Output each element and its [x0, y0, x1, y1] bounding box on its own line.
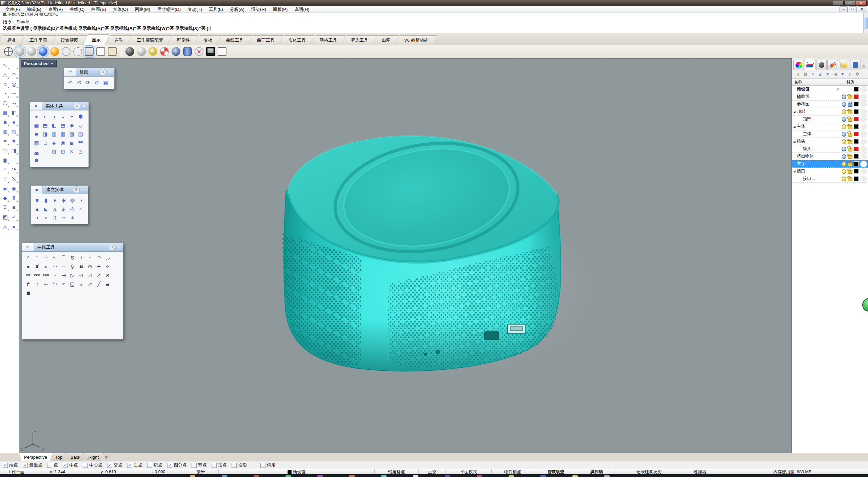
layer-name[interactable]: 文字	[797, 161, 841, 167]
checkbox-icon[interactable]	[192, 463, 197, 468]
checkbox-icon[interactable]: ✓	[3, 463, 8, 468]
undo-selected-button-button[interactable]: ⟲	[75, 78, 83, 87]
match-curve-button[interactable]: ⌒	[59, 253, 68, 262]
refit-curve-button[interactable]: ⇥	[59, 271, 68, 279]
layer-row-9[interactable]: 挤出物体	[792, 153, 868, 160]
split-tool[interactable]: ◨	[10, 147, 18, 155]
fillet-tool[interactable]: ◜	[1, 166, 9, 174]
material-preview[interactable]	[861, 153, 867, 160]
materials-tab[interactable]	[827, 60, 838, 70]
expand-triangle-icon[interactable]: ◢	[792, 125, 797, 128]
material-preview[interactable]	[861, 124, 867, 130]
connect-curves-button[interactable]: ◡	[103, 253, 112, 262]
toolbar-tab-12[interactable]: 渲染工具	[342, 35, 377, 45]
status-pane-2[interactable]: y -0.619	[83, 469, 134, 475]
freeform-curve-tool[interactable]: ↝	[10, 99, 18, 107]
flat-shade-icon[interactable]	[137, 47, 146, 56]
osnap-1[interactable]: ✓最近点	[23, 462, 42, 468]
taskbar-icon[interactable]	[572, 475, 578, 477]
undo-button-button[interactable]: ↶	[66, 78, 75, 87]
paraboloid-button[interactable]: ◗	[77, 196, 85, 204]
lock-icon[interactable]	[848, 110, 852, 114]
checkbox-icon[interactable]	[83, 463, 88, 468]
checkbox-icon[interactable]	[47, 463, 52, 468]
layer-row-3[interactable]: ◢顶部	[792, 108, 868, 116]
layer-row-8[interactable]: 镜头...	[792, 145, 868, 153]
status-pane-11[interactable]: 操作轴	[578, 469, 615, 475]
offset-curve-button[interactable]: ◗	[42, 262, 50, 271]
pull-back-curve-button[interactable]: ✧	[103, 262, 112, 271]
checkbox-icon[interactable]	[147, 463, 152, 468]
menu-7[interactable]: 尺寸标注(D)	[154, 6, 184, 13]
windows-taskbar-sliver[interactable]	[0, 474, 868, 477]
pyramid-tool[interactable]: ▲	[10, 223, 18, 231]
layer-color-swatch[interactable]	[854, 102, 859, 106]
boom-tool[interactable]: ✹	[10, 137, 18, 145]
shell-solid-button[interactable]: ⬒	[41, 121, 50, 129]
boolean-split-button[interactable]: ◒	[59, 112, 67, 121]
move-curve-end-button[interactable]: ∽	[42, 280, 50, 288]
curve-from-object-button[interactable]: ◱	[68, 280, 77, 288]
boolean-tool[interactable]: ●	[10, 118, 18, 126]
layer-color-swatch[interactable]	[854, 139, 859, 144]
array-hole-button[interactable]: ⊟	[59, 147, 67, 156]
layer-name[interactable]: 主体...	[803, 131, 841, 137]
material-preview[interactable]	[861, 168, 867, 174]
shade-selected-icon[interactable]	[149, 47, 157, 56]
boolean-intersection-button[interactable]: ◑	[50, 112, 58, 121]
osnap-2[interactable]: 点	[47, 462, 58, 468]
simplify-curve-button[interactable]: ▷	[68, 271, 77, 279]
menu-3[interactable]: 曲线(C)	[66, 6, 88, 13]
expand-triangle-icon[interactable]: ◢	[792, 170, 797, 173]
taskbar-icon[interactable]	[477, 475, 482, 477]
layer-color-swatch[interactable]	[854, 147, 859, 151]
layer-row-4[interactable]: 顶部...	[792, 116, 868, 123]
taskbar-icon[interactable]	[413, 475, 418, 477]
status-pane-12[interactable]: 记录建构历史	[615, 469, 683, 475]
move-up-button[interactable]: ▲	[816, 71, 824, 78]
delete-layer-button[interactable]: ✕	[809, 71, 816, 78]
layer-row-7[interactable]: ◢镜头	[792, 138, 868, 145]
display-options-icon[interactable]	[160, 47, 169, 56]
undo-history-button-button[interactable]: ▦	[101, 78, 110, 87]
checkbox-icon[interactable]: ✓	[167, 463, 172, 468]
mdi-restore-button[interactable]: ❐	[849, 6, 857, 12]
torus-button[interactable]: ○	[77, 205, 85, 213]
toolbar-tab-2[interactable]: 设置视图	[52, 35, 87, 45]
status-pane-5[interactable]: 预设值	[219, 469, 375, 475]
handlebar-editor-button[interactable]: ≀	[33, 280, 41, 288]
projector-3d-model[interactable]: z x y	[19, 59, 792, 453]
toolbar-tab-1[interactable]: 工作平面	[21, 35, 56, 45]
extrude-surface-button[interactable]: ▱	[59, 213, 68, 222]
pipe-round-caps-button[interactable]: ◗	[42, 213, 50, 222]
shaded-all-viewports-icon[interactable]	[27, 47, 36, 56]
disable-shade-icon[interactable]	[195, 47, 203, 56]
ellipse-tool[interactable]: ◎	[10, 80, 18, 88]
menu-2[interactable]: 查看(V)	[45, 6, 66, 13]
ellipsoid-button[interactable]: ◍	[68, 196, 77, 204]
layer-row-10[interactable]: 文字	[792, 160, 868, 168]
toolbar-tab-3[interactable]: 显示	[83, 34, 109, 45]
osnap-5[interactable]: ✓交点	[107, 462, 122, 468]
check-tool[interactable]: ✓	[10, 213, 18, 221]
osnap-12[interactable]: 停用	[260, 462, 276, 468]
delete-subcurve-button[interactable]: ✘	[33, 262, 41, 271]
taskbar-icon[interactable]	[285, 475, 291, 477]
section-tool[interactable]: ◈	[10, 185, 18, 193]
curve-tool[interactable]: ◠	[10, 71, 18, 79]
status-pane-10[interactable]: 智慧轨迹	[534, 469, 578, 475]
properties-tab[interactable]	[793, 60, 804, 70]
material-preview[interactable]	[861, 116, 867, 122]
cross-section-button[interactable]: ≀	[77, 253, 85, 262]
layer-color-swatch[interactable]	[854, 132, 859, 136]
tube-button[interactable]: ◎	[68, 205, 77, 213]
material-preview[interactable]	[861, 139, 867, 145]
floating-toolbar-solid-tools[interactable]: ●实体工具⚙✕●◐◑◒◓⬢▣⬒◧▤◆◇■◨▥▦▧▨▩□◈◉◙◚◛◌⊞⊟✕⊡✸	[30, 102, 89, 167]
menu-0[interactable]: 文件(F)	[2, 6, 23, 13]
filter-button[interactable]: ▼	[839, 71, 846, 78]
expand-triangle-icon[interactable]: ◢	[792, 110, 797, 113]
layer-row-1[interactable]: 辅助线	[792, 93, 868, 101]
osnap-11[interactable]: 投影	[232, 462, 247, 468]
array-linear-tool[interactable]: ≡	[10, 204, 18, 212]
status-pane-13[interactable]: 过滤器	[683, 469, 717, 475]
